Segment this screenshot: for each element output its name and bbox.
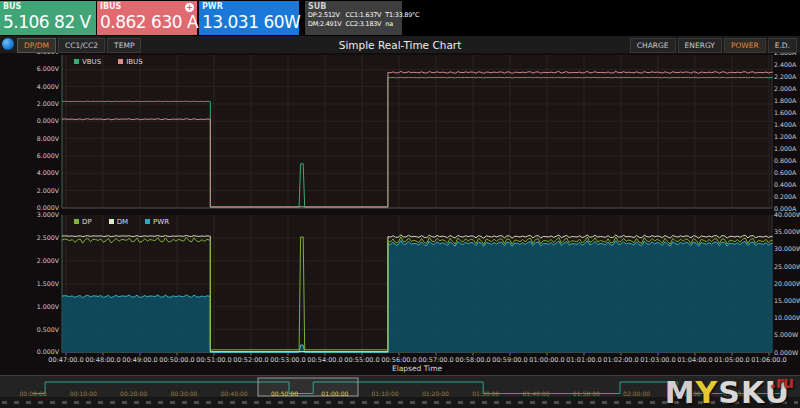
pwr-label: PWR	[202, 2, 296, 11]
tab-ed[interactable]: E.D.	[768, 38, 797, 53]
pwr-value: 13.031 60W	[202, 11, 296, 33]
sub-label: SUB	[308, 2, 399, 11]
legend-item-vbus[interactable]: VBUS	[74, 58, 101, 66]
legend-panel-1: DPDMPWR	[74, 218, 169, 226]
legend-swatch-icon	[74, 219, 79, 224]
legend-item-ibus[interactable]: IBUS	[118, 58, 142, 66]
vbus-value: 5.106 82 V	[3, 11, 93, 33]
tab-temp[interactable]: TEMP	[107, 38, 141, 53]
legend-swatch-icon	[145, 219, 150, 224]
sub-meter-panel: SUB DP:2.512V CC1:1.637V T1:33.89°C DM:2…	[305, 1, 402, 35]
legend-swatch-icon	[118, 59, 123, 64]
navigator-time-label: 02:20:00	[724, 390, 751, 397]
navigator-time-label: 02:10:00	[673, 390, 700, 397]
navigator-time-label: 01:50:00	[573, 390, 600, 397]
legend-item-dp[interactable]: DP	[74, 218, 92, 226]
legend-item-dm[interactable]: DM	[109, 218, 128, 226]
ibus-value: 0.862 630 A	[100, 11, 194, 33]
vbus-meter-panel: BUS 5.106 82 V	[0, 1, 96, 35]
bottom-ruler	[0, 397, 800, 408]
tab-cc1-cc2[interactable]: CC1/CC2	[58, 38, 105, 53]
navigator-time-label: 00:20:00	[120, 390, 147, 397]
navigator-time-label: 00:00:00	[20, 390, 47, 397]
tab-charge[interactable]: CHARGE	[630, 38, 676, 53]
timeline-navigator[interactable]: 00:00:0000:10:0000:20:0000:30:0000:40:00…	[0, 375, 800, 398]
tab-energy[interactable]: ENERGY	[678, 38, 722, 53]
navigator-time-label: 00:10:00	[70, 390, 97, 397]
legend-item-pwr[interactable]: PWR	[145, 218, 169, 226]
sub-cc2-value: CC2:3.183V	[345, 20, 381, 28]
navigator-time-label: 01:30:00	[472, 390, 499, 397]
vbus-label: BUS	[3, 2, 93, 11]
meter-bar: BUS 5.106 82 V IBUS + 0.862 630 A PWR 13…	[0, 0, 800, 36]
navigator-time-label: 01:20:00	[422, 390, 449, 397]
tab-dp-dm[interactable]: DP/DM	[17, 38, 56, 53]
legend-swatch-icon	[109, 219, 114, 224]
add-icon[interactable]: +	[185, 3, 194, 12]
ibus-meter-panel: IBUS + 0.862 630 A	[97, 1, 197, 35]
sub-dp-value: DP:2.512V	[308, 11, 341, 19]
navigator-time-label: 01:00:00	[321, 390, 348, 397]
sub-t1-value: T1:33.89°C	[385, 11, 419, 19]
legend-panel-0: VBUSIBUS	[74, 58, 143, 66]
navigator-time-label: 01:10:00	[372, 390, 399, 397]
tab-bar: DP/DM CC1/CC2 TEMP Simple Real-Time Char…	[0, 36, 800, 54]
sub-na-value: na	[385, 20, 419, 28]
navigator-time-label: 00:40:00	[221, 390, 248, 397]
powerz-app-window: BUS 5.106 82 V IBUS + 0.862 630 A PWR 13…	[0, 0, 800, 408]
pwr-meter-panel: PWR 13.031 60W	[199, 1, 299, 35]
realtime-chart-plot	[0, 53, 800, 375]
navigator-time-label: 02:00:00	[623, 390, 650, 397]
navigator-time-label: 01:40:00	[523, 390, 550, 397]
navigator-time-label: 00:50:00	[271, 390, 298, 397]
sub-cc1-value: CC1:1.637V	[345, 11, 381, 19]
navigator-time-label: 00:30:00	[170, 390, 197, 397]
ruler-ticks	[2, 401, 798, 404]
tab-power[interactable]: POWER	[724, 38, 766, 53]
sub-dm-value: DM:2.491V	[308, 20, 341, 28]
ibus-label: IBUS	[100, 2, 194, 11]
chart-area: 8.000V6.000V4.000V2.000V0.000V8.000V6.00…	[0, 53, 800, 375]
chart-title: Simple Real-Time Chart	[339, 39, 462, 51]
app-icon[interactable]	[2, 38, 14, 50]
legend-swatch-icon	[74, 59, 79, 64]
